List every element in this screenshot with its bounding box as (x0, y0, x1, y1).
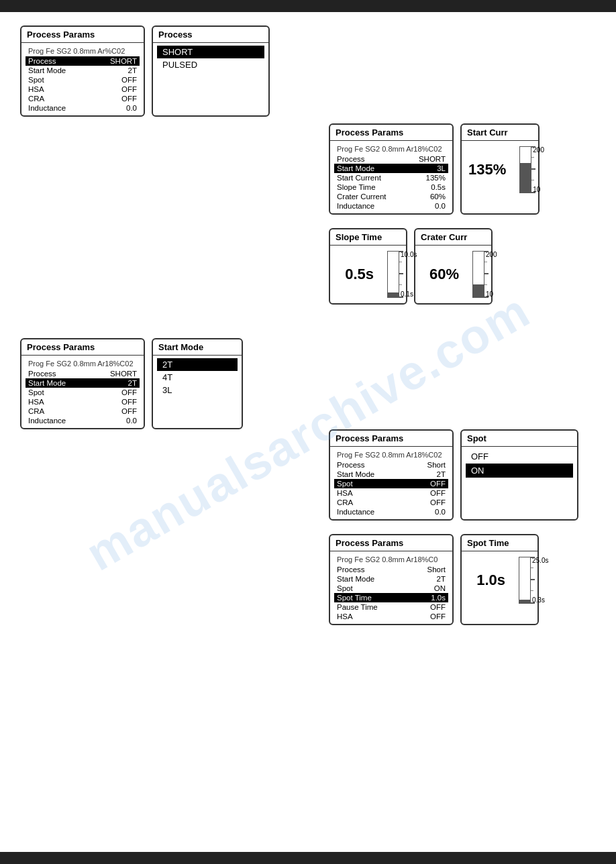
param-row: Crater Current60% (334, 192, 448, 201)
param-value: OFF (412, 480, 446, 488)
param-label: Spot (337, 480, 412, 488)
third-row-section: Slope Time 0.5s 10.0s 0.1s (329, 228, 596, 305)
param-value: 2T (103, 379, 137, 387)
param-row: Inductance0.0 (334, 201, 448, 211)
param-label: Start Mode (337, 575, 412, 583)
crater-curr-max-label: 200 (486, 251, 497, 258)
spot-time-bar-area: 25.0s 0.3s (512, 557, 531, 604)
process-params-panel-3: Process Params Prog Fe SG2 0.8mm Ar18%C0… (20, 338, 145, 429)
slope-time-bar[interactable] (387, 251, 399, 298)
process-params-4-title: Process Params (330, 431, 452, 447)
param-row: HSAOFF (334, 488, 448, 498)
param-row: Inductance0.0 (25, 416, 140, 425)
crater-curr-bar[interactable] (472, 251, 484, 298)
spot-title: Spot (462, 431, 577, 447)
process-params-3-body: Prog Fe SG2 0.8mm Ar18%C02 ProcessSHORTS… (21, 356, 144, 428)
param-row: ProcessSHORT (334, 154, 448, 164)
slope-time-bar-area: 10.0s 0.1s (380, 251, 399, 298)
prog-line-4: Prog Fe SG2 0.8mm Ar18%C02 (334, 449, 448, 460)
param-label: Inductance (28, 417, 103, 425)
param-label: Start Mode (28, 379, 103, 387)
param-label: Spot (28, 76, 103, 84)
process-params-4-body: Prog Fe SG2 0.8mm Ar18%C02 ProcessShortS… (330, 447, 452, 519)
param-row: ProcessSHORT (25, 369, 140, 378)
param-row: HSAOFF (334, 612, 448, 621)
start-mode-title: Start Mode (153, 339, 242, 356)
param-row: SpotOFF (25, 75, 140, 85)
pp2-rows: ProcessSHORTStart Mode3LStart Current135… (334, 154, 448, 211)
list-item[interactable]: PULSED (157, 58, 264, 71)
param-value: 2T (103, 66, 137, 74)
list-item[interactable]: ON (466, 464, 573, 478)
param-value: OFF (103, 407, 137, 415)
param-value: Short (412, 461, 446, 469)
prog-line-1: Prog Fe SG2 0.8mm Ar%C02 (25, 46, 140, 56)
list-item[interactable]: 4T (157, 371, 238, 384)
param-label: CRA (28, 407, 103, 415)
param-label: HSA (28, 85, 103, 93)
param-label: Crater Current (337, 193, 412, 201)
process-params-2-body: Prog Fe SG2 0.8mm Ar18%C02 ProcessSHORTS… (330, 141, 452, 213)
param-row: Start Mode3L (334, 164, 448, 173)
param-label: Spot (337, 584, 412, 592)
param-value: OFF (412, 498, 446, 506)
slope-time-max-label: 10.0s (401, 251, 417, 258)
param-value: OFF (412, 489, 446, 497)
param-label: Spot Time (337, 594, 412, 602)
spot-row-section: Process Params Prog Fe SG2 0.8mm Ar18%C0… (329, 429, 596, 521)
crater-curr-gauge: 60% 200 10 (415, 246, 491, 303)
param-value: 0.5s (412, 183, 446, 191)
spot-time-row-section: Process Params Prog Fe SG2 0.8mm Ar18%C0… (329, 534, 596, 625)
param-value: OFF (103, 388, 137, 396)
param-row: Inductance0.0 (25, 103, 140, 113)
start-curr-fill (520, 163, 531, 193)
pp3-rows: ProcessSHORTStart Mode2TSpotOFFHSAOFFCRA… (25, 369, 140, 425)
param-label: Start Mode (337, 164, 412, 172)
list-item[interactable]: OFF (466, 449, 573, 464)
param-label: Process (28, 370, 103, 378)
param-label: Inductance (337, 508, 412, 516)
start-curr-bar[interactable] (519, 146, 531, 193)
process-params-3-title: Process Params (21, 339, 144, 356)
param-row: ProcessSHORT (25, 56, 140, 66)
param-label: HSA (337, 489, 412, 497)
start-mode-body: 2T4T3L (153, 356, 242, 399)
param-value: ON (412, 584, 446, 592)
process-params-1-body: Prog Fe SG2 0.8mm Ar%C02 ProcessSHORTSta… (21, 43, 144, 115)
param-label: Pause Time (337, 603, 412, 611)
param-row: Start Current135% (334, 173, 448, 182)
param-label: Start Current (337, 174, 412, 182)
pp5-rows: ProcessShortStart Mode2TSpotONSpot Time1… (334, 565, 448, 621)
list-item[interactable]: 2T (157, 358, 238, 371)
spot-time-fill (519, 600, 530, 603)
param-value: OFF (103, 95, 137, 103)
param-row: ProcessShort (334, 565, 448, 574)
spot-time-gauge: 1.0s 25.0s 0.3s (462, 551, 537, 609)
param-value: OFF (103, 398, 137, 406)
param-value: 3L (412, 164, 446, 172)
param-row: HSAOFF (25, 397, 140, 407)
param-value: SHORT (103, 370, 137, 378)
process-params-panel-5: Process Params Prog Fe SG2 0.8mm Ar18%C0… (329, 534, 454, 625)
start-mode-panel: Start Mode 2T4T3L (152, 338, 243, 429)
param-row: Start Mode2T (334, 470, 448, 479)
start-curr-gauge: 135% 200 10 (462, 141, 538, 199)
process-params-panel-4: Process Params Prog Fe SG2 0.8mm Ar18%C0… (329, 429, 454, 521)
middle-row-section: Process Params Prog Fe SG2 0.8mm Ar18%C0… (20, 338, 596, 429)
spot-time-tick-labels: 25.0s 0.3s (532, 557, 548, 604)
param-label: Process (337, 461, 412, 469)
param-value: OFF (412, 612, 446, 620)
list-item[interactable]: 3L (157, 384, 238, 396)
param-row: SpotON (334, 584, 448, 593)
divider-1 (20, 318, 596, 338)
param-label: Inductance (28, 104, 103, 112)
spot-time-bar[interactable] (519, 557, 531, 604)
list-item[interactable]: SHORT (157, 46, 264, 58)
start-curr-tick-labels: 200 10 (533, 146, 544, 193)
start-curr-panel: Start Curr 135% 200 10 (460, 123, 540, 215)
param-value: OFF (103, 85, 137, 93)
param-label: Start Mode (337, 470, 412, 478)
crater-curr-title: Crater Curr (415, 229, 491, 246)
param-label: CRA (28, 95, 103, 103)
param-label: Process (337, 565, 412, 574)
